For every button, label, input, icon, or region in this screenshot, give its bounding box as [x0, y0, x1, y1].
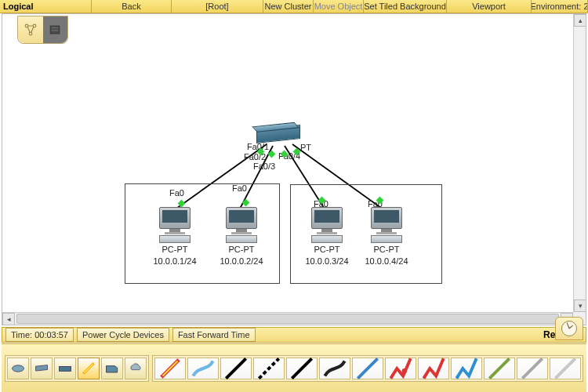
clock-icon	[561, 321, 577, 336]
pc1-ip-label: 10.0.0.2/24	[214, 256, 269, 267]
scroll-down-arrow[interactable]: ▾	[574, 299, 586, 312]
pc-device-3[interactable]: PC-PT 10.0.0.4/24	[359, 207, 414, 266]
palette-enddevices-icon[interactable]	[101, 358, 123, 379]
physical-view-icon[interactable]	[43, 16, 68, 43]
top-toolbar: Logical Back [Root] New Cluster Move Obj…	[0, 0, 588, 13]
conn-straight-icon[interactable]	[220, 358, 252, 379]
pc2-ip-label: 10.0.0.3/24	[299, 256, 354, 267]
connection-type-group	[152, 355, 583, 382]
horizontal-scrollbar[interactable]: ◂ ▸	[2, 312, 573, 325]
scroll-left-arrow[interactable]: ◂	[2, 313, 15, 325]
pc0-ip-label: 10.0.0.1/24	[147, 256, 202, 267]
svg-line-15	[292, 358, 311, 378]
new-cluster-button[interactable]: New Cluster	[263, 0, 314, 13]
svg-line-18	[489, 358, 509, 378]
pc1-type-label: PC-PT	[214, 245, 269, 255]
realtime-tab[interactable]	[555, 317, 583, 340]
conn-cross-icon[interactable]	[253, 358, 285, 379]
svg-line-16	[358, 358, 377, 378]
time-bar: Time: 00:03:57 Power Cycle Devices Fast …	[2, 327, 586, 343]
sim-time-label: Time: 00:03:57	[5, 328, 74, 342]
svg-point-2	[29, 32, 32, 35]
device-palette	[2, 343, 586, 392]
set-background-button[interactable]: Set Tiled Background	[364, 0, 447, 13]
pc3-type-label: PC-PT	[359, 245, 414, 255]
logical-label: Logical	[0, 0, 92, 13]
pc0-type-label: PC-PT	[147, 245, 202, 255]
pc0-iface-label: Fa0	[169, 188, 184, 198]
scroll-thumb[interactable]	[16, 314, 559, 324]
logical-view-icon[interactable]	[18, 16, 43, 43]
pc2-type-label: PC-PT	[299, 245, 354, 255]
svg-point-17	[402, 368, 407, 373]
conn-fiber-icon[interactable]	[286, 358, 318, 379]
conn-extra-icon[interactable]	[550, 358, 581, 379]
svg-line-14	[259, 358, 278, 378]
palette-switch-icon[interactable]	[31, 358, 53, 379]
pc-device-1[interactable]: PC-PT 10.0.0.2/24	[214, 207, 269, 266]
switch-port-3-label: Fa0/3	[253, 162, 275, 171]
pc-device-2[interactable]: PC-PT 10.0.0.3/24	[299, 207, 354, 266]
conn-coax-icon[interactable]	[352, 358, 383, 379]
vertical-scrollbar[interactable]: ▴ ▾	[573, 14, 586, 312]
conn-serial-dte-icon[interactable]	[418, 358, 449, 379]
svg-line-19	[522, 358, 542, 378]
conn-phone-icon[interactable]	[319, 358, 350, 379]
environment-button[interactable]: Environment: 2	[532, 0, 588, 13]
conn-auto-icon[interactable]	[154, 358, 186, 379]
pc3-ip-label: 10.0.0.4/24	[359, 256, 414, 267]
link-status-icon	[268, 151, 276, 158]
conn-serial-dce-icon[interactable]	[385, 358, 416, 379]
conn-usb-icon[interactable]	[517, 358, 548, 379]
palette-hub-icon[interactable]	[54, 358, 76, 379]
workspace-canvas[interactable]: Fa0/1 Fa0/2 Fa0/3 Fa0/4 PT Fa0 PC-PT 10.…	[2, 14, 573, 312]
workspace-frame: Fa0/1 Fa0/2 Fa0/3 Fa0/4 PT Fa0 PC-PT 10.…	[2, 13, 586, 325]
palette-router-icon[interactable]	[7, 358, 29, 379]
svg-rect-11	[36, 365, 48, 370]
palette-wan-icon[interactable]	[125, 358, 147, 379]
move-object-button[interactable]: Move Object	[314, 0, 364, 13]
svg-line-20	[555, 358, 575, 378]
device-type-group	[5, 355, 149, 382]
conn-iot-icon[interactable]	[484, 358, 515, 379]
logical-physical-toggle[interactable]	[17, 16, 68, 44]
root-button[interactable]: [Root]	[172, 0, 263, 13]
svg-line-13	[226, 358, 245, 378]
viewport-button[interactable]: Viewport	[447, 0, 532, 13]
conn-octal-icon[interactable]	[451, 358, 482, 379]
svg-point-10	[13, 365, 24, 371]
palette-connections-icon[interactable]	[78, 358, 100, 379]
conn-console-icon[interactable]	[187, 358, 219, 379]
scroll-up-arrow[interactable]: ▴	[574, 14, 586, 27]
fast-forward-button[interactable]: Fast Forward Time	[172, 328, 256, 342]
svg-rect-12	[60, 366, 71, 371]
back-button[interactable]: Back	[92, 0, 172, 13]
power-cycle-button[interactable]: Power Cycle Devices	[77, 328, 169, 342]
pc1-iface-label: Fa0	[232, 183, 247, 193]
pc-device-0[interactable]: PC-PT 10.0.0.1/24	[147, 207, 202, 266]
links-layer	[2, 14, 573, 312]
switch-type-label: PT	[300, 143, 311, 152]
svg-rect-5	[52, 30, 58, 31]
svg-rect-4	[52, 27, 58, 29]
